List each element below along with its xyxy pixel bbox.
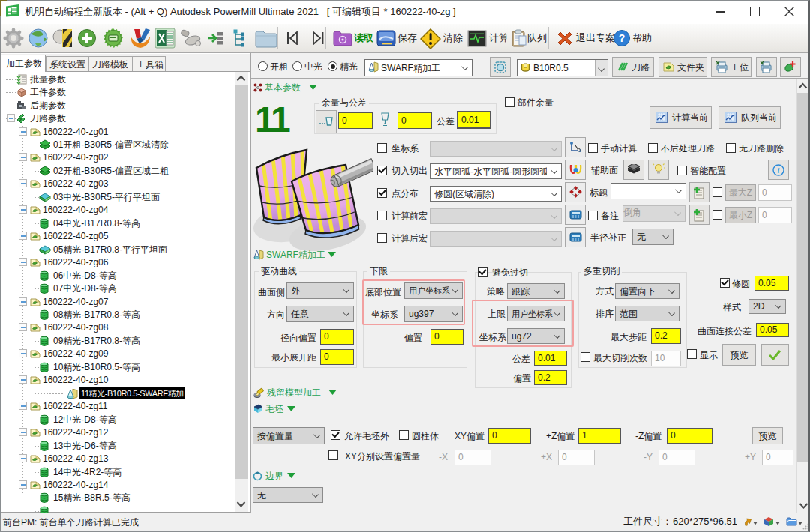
svg-text:i: i — [777, 166, 779, 175]
svg-text:?: ? — [619, 32, 626, 44]
